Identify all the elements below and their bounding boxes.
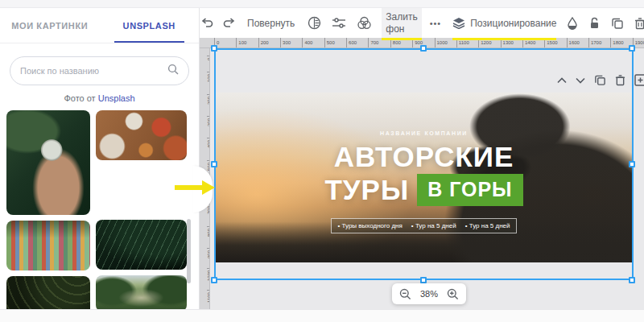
thumbnail-dark-swirl[interactable] bbox=[6, 276, 90, 309]
sidebar-tabs: МОИ КАРТИНКИ UNSPLASH bbox=[0, 8, 199, 43]
color-circles-icon bbox=[357, 16, 372, 30]
thumbnail-grid bbox=[0, 103, 199, 309]
object-actions bbox=[557, 74, 644, 86]
fill-background-button[interactable]: Залить фон bbox=[382, 8, 421, 38]
chevron-down-icon bbox=[576, 77, 585, 84]
h-ruler-tick: 200 bbox=[258, 38, 269, 48]
selection-handle-se[interactable] bbox=[629, 277, 635, 283]
more-button[interactable]: ••• bbox=[430, 19, 442, 28]
thumbnail-green-waves[interactable] bbox=[96, 220, 187, 270]
thumbnail-food[interactable] bbox=[96, 110, 187, 160]
h-ruler-tick: 1600 bbox=[567, 38, 580, 48]
selection-handle-n[interactable] bbox=[420, 45, 427, 52]
selection-handle-w[interactable] bbox=[211, 161, 217, 167]
selection-handle-nw[interactable] bbox=[211, 45, 217, 52]
v-ruler-tick: 900 bbox=[207, 248, 210, 258]
thumbnail-pencils[interactable] bbox=[6, 221, 90, 270]
delete-button[interactable] bbox=[634, 17, 644, 30]
copy-icon bbox=[611, 17, 624, 30]
v-ruler-tick: 300 bbox=[207, 116, 210, 126]
positioning-button[interactable]: Позиционирование bbox=[452, 8, 556, 38]
droplet-icon bbox=[567, 17, 578, 30]
bottom-strip bbox=[0, 309, 644, 322]
plus-square-icon bbox=[634, 74, 644, 86]
v-ruler-tick: 800 bbox=[207, 226, 210, 237]
move-down-button[interactable] bbox=[576, 77, 585, 84]
trash-icon bbox=[634, 17, 644, 30]
undo-button[interactable] bbox=[200, 18, 214, 29]
h-ruler-tick: 500 bbox=[324, 38, 335, 48]
zoom-in-icon bbox=[447, 288, 459, 300]
object-delete-button[interactable] bbox=[615, 74, 625, 86]
positioning-label: Позиционирование bbox=[470, 18, 556, 29]
h-ruler-tick: 1800 bbox=[610, 38, 623, 48]
thumbnail-camera-hand[interactable] bbox=[6, 110, 90, 215]
h-ruler-tick: 300 bbox=[280, 38, 291, 48]
toolbar: Повернуть Залить фон ••• Позиционировани… bbox=[200, 8, 644, 38]
duplicate-button[interactable] bbox=[611, 17, 624, 30]
top-strip bbox=[0, 0, 644, 8]
sidebar: МОИ КАРТИНКИ UNSPLASH Фото от Unsplash bbox=[0, 8, 200, 309]
v-ruler-tick: 0 bbox=[207, 56, 210, 60]
v-ruler-tick: 1000 bbox=[207, 267, 210, 280]
zoom-out-icon bbox=[399, 288, 411, 300]
unsplash-credit: Фото от Unsplash bbox=[0, 93, 199, 103]
search-icon[interactable] bbox=[167, 64, 179, 78]
chevron-up-icon bbox=[557, 77, 567, 84]
rotate-button[interactable]: Повернуть bbox=[247, 18, 295, 29]
selection-handle-sw[interactable] bbox=[211, 277, 217, 283]
h-ruler-tick: 700 bbox=[368, 38, 378, 48]
v-ruler-tick: 100 bbox=[207, 72, 210, 82]
v-ruler-tick: 200 bbox=[207, 94, 210, 105]
unsplash-link[interactable]: Unsplash bbox=[98, 93, 135, 103]
redo-button[interactable] bbox=[222, 18, 236, 29]
thumbnail-trees[interactable] bbox=[96, 275, 187, 309]
app-window: МОИ КАРТИНКИ UNSPLASH Фото от Unsplash bbox=[0, 0, 644, 322]
zoom-toolbar: 38% bbox=[392, 283, 466, 304]
add-object-button[interactable] bbox=[634, 74, 644, 86]
selection-handle-ne[interactable] bbox=[629, 45, 635, 52]
sliders-icon bbox=[332, 17, 346, 30]
v-ruler-tick: 400 bbox=[207, 138, 210, 148]
credit-prefix: Фото от bbox=[64, 93, 95, 103]
h-ruler-tick: 600 bbox=[346, 38, 357, 48]
layers-icon bbox=[452, 17, 465, 29]
annotation-arrow-icon bbox=[173, 178, 217, 200]
selection-handle-s[interactable] bbox=[420, 277, 427, 283]
unlock-button[interactable] bbox=[588, 17, 601, 30]
sidebar-scrollbar[interactable] bbox=[187, 219, 191, 283]
tab-my-images[interactable]: МОИ КАРТИНКИ bbox=[0, 8, 100, 43]
object-duplicate-button[interactable] bbox=[594, 74, 606, 86]
zoom-level: 38% bbox=[420, 289, 438, 299]
selection-handle-e[interactable] bbox=[629, 161, 635, 167]
contrast-icon bbox=[308, 16, 321, 30]
move-up-button[interactable] bbox=[557, 77, 567, 84]
copy-icon bbox=[594, 74, 606, 86]
v-ruler-tick: 1100 bbox=[207, 290, 210, 303]
h-ruler-tick: 400 bbox=[302, 38, 312, 48]
adjustments-button[interactable] bbox=[332, 17, 346, 30]
v-ruler-tick: 500 bbox=[207, 160, 210, 171]
color-filter-button[interactable] bbox=[357, 16, 372, 30]
unlock-icon bbox=[588, 17, 601, 30]
h-ruler-tick: 1700 bbox=[588, 38, 601, 48]
h-ruler-tick: 100 bbox=[236, 38, 246, 48]
contrast-button[interactable] bbox=[308, 16, 321, 30]
zoom-in-button[interactable] bbox=[447, 288, 459, 300]
opacity-button[interactable] bbox=[567, 17, 578, 30]
h-ruler-tick: 1000 bbox=[435, 38, 448, 48]
search-box bbox=[10, 56, 189, 85]
zoom-out-button[interactable] bbox=[399, 288, 411, 300]
tab-unsplash[interactable]: UNSPLASH bbox=[100, 8, 200, 43]
search-input[interactable] bbox=[20, 66, 167, 76]
trash-icon bbox=[615, 74, 625, 86]
